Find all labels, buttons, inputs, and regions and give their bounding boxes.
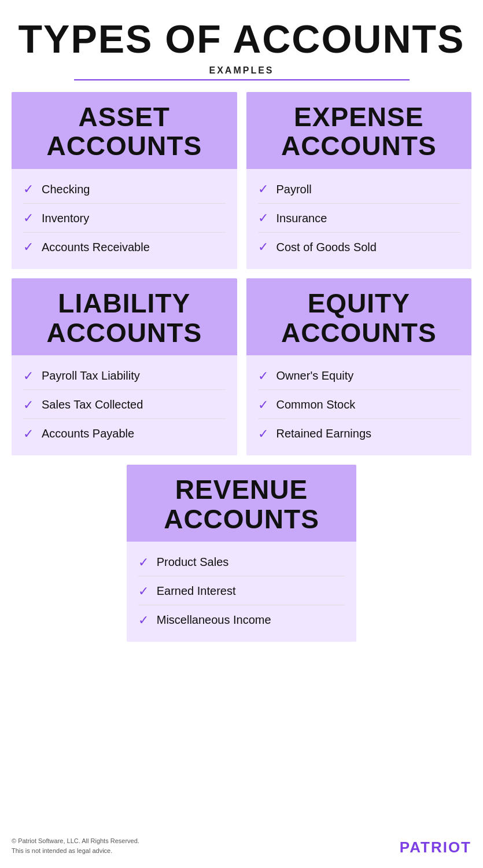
card-header-revenue: REVENUEACCOUNTS [127, 465, 357, 542]
checkmark-icon: ✓ [258, 241, 268, 253]
item-label: Retained Earnings [276, 427, 372, 440]
card-header-liability: LIABILITYACCOUNTS [12, 278, 237, 355]
list-item: ✓Accounts Payable [23, 419, 226, 447]
item-label: Miscellaneous Income [157, 613, 271, 627]
checkmark-icon: ✓ [258, 428, 268, 440]
checkmark-icon: ✓ [23, 428, 34, 440]
card-title-liability: LIABILITYACCOUNTS [23, 289, 226, 347]
card-title-asset: ASSETACCOUNTS [23, 102, 226, 161]
item-label: Owner's Equity [276, 369, 354, 382]
subtitle-divider [74, 79, 410, 80]
card-revenue: REVENUEACCOUNTS✓Product Sales✓Earned Int… [127, 465, 357, 642]
card-title-revenue: REVENUEACCOUNTS [138, 475, 345, 534]
list-item: ✓Cost of Goods Sold [258, 233, 460, 261]
list-item: ✓Owner's Equity [258, 361, 460, 390]
checkmark-icon: ✓ [258, 399, 268, 411]
list-item: ✓Checking [23, 175, 226, 204]
top-cards-grid: ASSETACCOUNTS✓Checking✓Inventory✓Account… [12, 92, 471, 455]
list-item: ✓Product Sales [138, 547, 345, 576]
checkmark-icon: ✓ [23, 183, 34, 196]
footer: © Patriot Software, LLC. All Rights Rese… [12, 830, 471, 856]
brand-logo: PATRIOT [400, 838, 471, 856]
card-body-revenue: ✓Product Sales✓Earned Interest✓Miscellan… [127, 542, 357, 642]
checkmark-icon: ✓ [138, 556, 149, 569]
item-label: Sales Tax Collected [42, 398, 143, 411]
checkmark-icon: ✓ [138, 585, 149, 598]
list-item: ✓Inventory [23, 204, 226, 233]
item-label: Payroll [276, 183, 312, 196]
card-expense: EXPENSEACCOUNTS✓Payroll✓Insurance✓Cost o… [246, 92, 472, 269]
card-body-equity: ✓Owner's Equity✓Common Stock✓Retained Ea… [246, 355, 472, 455]
item-label: Payroll Tax Liability [42, 369, 140, 382]
item-label: Accounts Receivable [42, 241, 150, 254]
list-item: ✓Insurance [258, 204, 460, 233]
item-label: Product Sales [157, 556, 229, 569]
card-body-liability: ✓Payroll Tax Liability✓Sales Tax Collect… [12, 355, 237, 455]
list-item: ✓Sales Tax Collected [23, 390, 226, 419]
item-label: Checking [42, 183, 90, 196]
checkmark-icon: ✓ [258, 370, 268, 382]
disclaimer-text: This is not intended as legal advice. [12, 846, 139, 856]
item-label: Cost of Goods Sold [276, 241, 377, 254]
list-item: ✓Miscellaneous Income [138, 605, 345, 634]
card-liability: LIABILITYACCOUNTS✓Payroll Tax Liability✓… [12, 278, 237, 455]
list-item: ✓Earned Interest [138, 576, 345, 605]
list-item: ✓Payroll [258, 175, 460, 204]
subtitle-section: EXAMPLES [12, 65, 471, 80]
item-label: Inventory [42, 212, 89, 225]
item-label: Accounts Payable [42, 427, 134, 440]
item-label: Common Stock [276, 398, 356, 411]
card-title-equity: EQUITYACCOUNTS [258, 289, 460, 347]
checkmark-icon: ✓ [138, 614, 149, 627]
subtitle-label: EXAMPLES [209, 65, 274, 76]
list-item: ✓Accounts Receivable [23, 233, 226, 261]
card-header-equity: EQUITYACCOUNTS [246, 278, 472, 355]
footer-text: © Patriot Software, LLC. All Rights Rese… [12, 836, 139, 856]
checkmark-icon: ✓ [23, 370, 34, 382]
revenue-card-wrapper: REVENUEACCOUNTS✓Product Sales✓Earned Int… [12, 465, 471, 642]
list-item: ✓Common Stock [258, 390, 460, 419]
item-label: Earned Interest [157, 584, 236, 598]
page-title: TYPES OF ACCOUNTS [19, 17, 465, 61]
checkmark-icon: ✓ [258, 212, 268, 225]
checkmark-icon: ✓ [23, 212, 34, 225]
card-body-expense: ✓Payroll✓Insurance✓Cost of Goods Sold [246, 169, 472, 269]
card-body-asset: ✓Checking✓Inventory✓Accounts Receivable [12, 169, 237, 269]
card-title-expense: EXPENSEACCOUNTS [258, 102, 460, 161]
checkmark-icon: ✓ [23, 399, 34, 411]
item-label: Insurance [276, 212, 327, 225]
list-item: ✓Retained Earnings [258, 419, 460, 447]
checkmark-icon: ✓ [23, 241, 34, 253]
checkmark-icon: ✓ [258, 183, 268, 196]
card-equity: EQUITYACCOUNTS✓Owner's Equity✓Common Sto… [246, 278, 472, 455]
card-asset: ASSETACCOUNTS✓Checking✓Inventory✓Account… [12, 92, 237, 269]
card-header-expense: EXPENSEACCOUNTS [246, 92, 472, 169]
card-header-asset: ASSETACCOUNTS [12, 92, 237, 169]
list-item: ✓Payroll Tax Liability [23, 361, 226, 390]
copyright-text: © Patriot Software, LLC. All Rights Rese… [12, 836, 139, 847]
